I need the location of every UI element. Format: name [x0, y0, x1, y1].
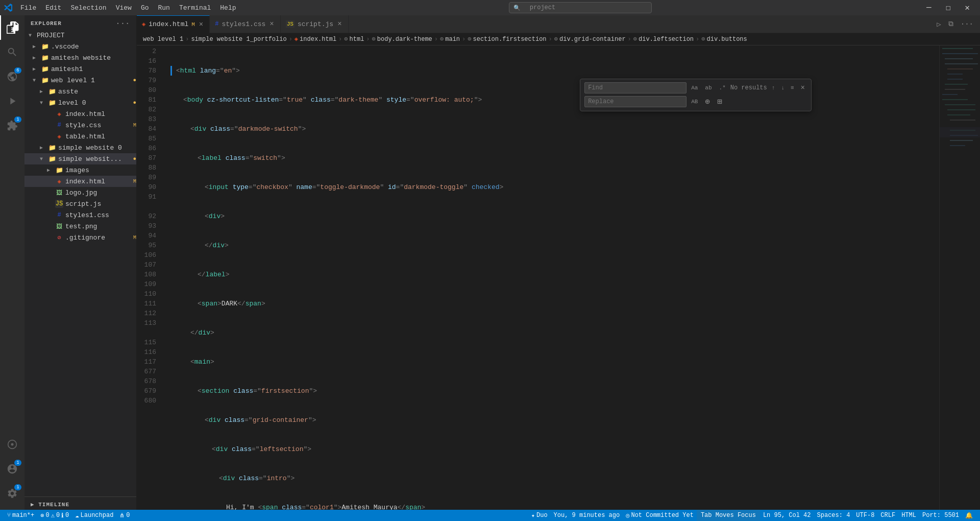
tree-images[interactable]: ▶ 📁 images: [24, 164, 136, 176]
menu-edit[interactable]: Edit: [41, 3, 65, 13]
tree-simple-website-1[interactable]: ▼ 📁 simple websit... ●: [24, 153, 136, 164]
breadcrumb-leftsection[interactable]: ⊙div.leftsection: [633, 35, 694, 43]
tree-test-png[interactable]: ▶ 🖼 test.png: [24, 221, 136, 232]
status-duo[interactable]: ✦ Duo: [528, 510, 551, 521]
menu-view[interactable]: View: [112, 3, 136, 13]
breadcrumb-web-level-1[interactable]: web level 1: [143, 36, 183, 43]
status-encoding[interactable]: UTF-8: [853, 510, 877, 521]
tree-logo-jpg[interactable]: ▶ 🖼 logo.jpg: [24, 187, 136, 198]
tab-script-js[interactable]: JS script.js ×: [281, 15, 349, 33]
breadcrumb-html[interactable]: ⊙html: [344, 35, 364, 43]
tab-index-html[interactable]: ◈ index.html M ×: [137, 15, 210, 33]
status-spaces[interactable]: Spaces: 4: [814, 510, 853, 521]
find-close-btn[interactable]: ×: [799, 83, 807, 93]
breadcrumb-index-html[interactable]: ◈index.html: [295, 35, 336, 43]
menu-selection[interactable]: Selection: [66, 3, 110, 13]
tree-amitesh-website[interactable]: ▶ 📁 amitesh website: [24, 52, 136, 63]
remote-icon[interactable]: [0, 432, 24, 457]
tree-script-js[interactable]: ▶ JS script.js: [24, 198, 136, 209]
breadcrumb-main[interactable]: ⊙main: [440, 35, 460, 43]
menu-go[interactable]: Go: [137, 3, 153, 13]
status-git-count[interactable]: ⋔ 0: [116, 510, 133, 521]
status-errors[interactable]: ⊗ 0 ⚠ 0 ℹ 0: [37, 510, 72, 521]
tree-style-css[interactable]: ▶ # style.css M: [24, 120, 136, 131]
maximize-button[interactable]: ☐: [940, 1, 957, 15]
global-search-bar[interactable]: 🔍 project: [509, 2, 652, 13]
code-line-78: <div class="darkmode-switch">: [170, 124, 939, 134]
warning-icon: ⚠: [51, 512, 55, 519]
tree-simple-website-0[interactable]: ▶ 📁 simple website 0: [24, 142, 136, 153]
code-content[interactable]: <html lang="en"> <body cz-shortcut-liste…: [162, 45, 939, 510]
find-list-btn[interactable]: ≡: [788, 84, 797, 92]
title-bar-controls: — ☐ ✕: [920, 1, 976, 15]
new-file-icon[interactable]: ···: [116, 19, 130, 28]
tree-vscode[interactable]: ▶ 📁 .vscode: [24, 41, 136, 52]
accounts-icon[interactable]: 1: [0, 457, 24, 481]
tree-index-html[interactable]: ▶ ◈ index.html M: [24, 176, 136, 187]
menu-terminal[interactable]: Terminal: [175, 3, 215, 13]
timeline-section[interactable]: ▶ TIMELINE: [24, 496, 136, 510]
menu-file[interactable]: File: [16, 3, 40, 13]
breadcrumb-buttons[interactable]: ⊙div.buttons: [701, 35, 747, 43]
find-prev-btn[interactable]: ↑: [769, 84, 778, 92]
svg-rect-4: [942, 53, 978, 54]
close-button[interactable]: ✕: [959, 1, 976, 15]
menu-help[interactable]: Help: [216, 3, 240, 13]
replace-one-btn[interactable]: ⊕: [702, 96, 713, 108]
run-button[interactable]: ▷: [934, 18, 943, 30]
tab-close-styles1-css[interactable]: ×: [268, 19, 275, 29]
run-debug-activity-icon[interactable]: [0, 89, 24, 113]
breadcrumb: web level 1 › simple website 1_portfolio…: [137, 33, 980, 45]
status-language[interactable]: HTML: [898, 510, 919, 521]
tree-web-level-1[interactable]: ▼ 📁 web level 1 ●: [24, 75, 136, 86]
search-activity-icon[interactable]: [0, 40, 24, 64]
tree-amitesh1[interactable]: ▶ 📁 amitesh1: [24, 63, 136, 75]
tree-asste[interactable]: ▶ 📁 asste: [24, 86, 136, 97]
tree-table-html[interactable]: ▶ ◈ table.html: [24, 131, 136, 142]
tree-styles1-css-label: styles1.css: [65, 211, 136, 219]
find-regex-btn[interactable]: .*: [717, 84, 728, 92]
status-tab-focus-label: Tab Moves Focus: [701, 512, 756, 519]
breadcrumb-body[interactable]: ⊙body.dark-theme: [372, 35, 432, 43]
more-actions-button[interactable]: ···: [958, 18, 976, 30]
tree-gitignore[interactable]: ▶ ⊘ .gitignore M: [24, 232, 136, 243]
status-line-ending[interactable]: CRLF: [877, 510, 898, 521]
replace-preserve-case-btn[interactable]: AB: [689, 98, 700, 106]
source-control-activity-icon[interactable]: 6: [0, 64, 24, 89]
breadcrumb-grid-container[interactable]: ⊙div.grid-container: [554, 35, 626, 43]
vscode-logo-icon: [4, 4, 12, 12]
status-launchpad[interactable]: ☁ Launchpad: [72, 510, 116, 521]
breadcrumb-simple-website[interactable]: simple website 1_portfolio: [191, 36, 286, 43]
minimize-button[interactable]: —: [920, 1, 938, 14]
status-branch[interactable]: ⑂ main*+: [4, 510, 37, 521]
git-branch-icon: ⑂: [7, 512, 11, 519]
code-editor[interactable]: 2 16 78 79 80 81 82 83 84 85 86 87 88 89…: [137, 45, 980, 510]
status-encoding-label: UTF-8: [856, 512, 874, 519]
status-port[interactable]: Port: 5501: [919, 510, 962, 521]
status-last-saved[interactable]: You, 9 minutes ago: [551, 510, 623, 521]
status-line-col[interactable]: Ln 95, Col 42: [760, 510, 814, 521]
settings-activity-icon[interactable]: 1: [0, 481, 24, 506]
status-notifications[interactable]: 🔔: [962, 510, 976, 521]
tree-index-html-level0[interactable]: ▶ ◈ index.html: [24, 108, 136, 120]
tree-styles1-css[interactable]: ▶ # styles1.css: [24, 209, 136, 221]
replace-input[interactable]: [584, 96, 687, 107]
status-launchpad-label: Launchpad: [81, 512, 114, 519]
tree-project-root[interactable]: ▼ PROJECT: [24, 30, 136, 41]
extensions-activity-icon[interactable]: 1: [0, 113, 24, 138]
breadcrumb-sep-8: ›: [628, 36, 631, 43]
explorer-activity-icon[interactable]: [0, 15, 24, 40]
tab-close-script-js[interactable]: ×: [336, 19, 342, 29]
tab-close-index-html[interactable]: ×: [198, 20, 204, 29]
tree-level-0[interactable]: ▼ 📁 level 0 ●: [24, 97, 136, 108]
menu-run[interactable]: Run: [154, 3, 174, 13]
find-next-btn[interactable]: ↓: [778, 84, 787, 92]
find-input[interactable]: [584, 82, 687, 93]
breadcrumb-section[interactable]: ⊙section.firstsection: [468, 35, 546, 43]
split-editor-button[interactable]: ⧉: [946, 18, 956, 30]
find-case-sensitive-btn[interactable]: Aa: [689, 84, 700, 92]
status-not-committed[interactable]: ◎ Not Committed Yet: [623, 510, 697, 521]
tab-styles1-css[interactable]: # styles1.css ×: [210, 15, 280, 33]
find-whole-word-btn[interactable]: ab: [702, 84, 714, 92]
replace-all-btn[interactable]: ⊞: [715, 96, 725, 108]
